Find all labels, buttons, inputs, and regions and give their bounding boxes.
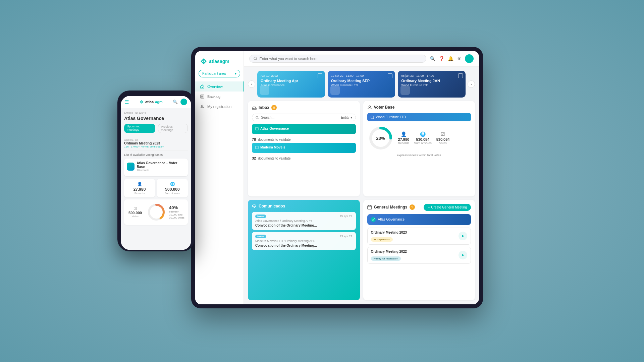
comms-item-1[interactable]: Novo 13 apr 22 Madeira Moveis LTD / Ordi… xyxy=(252,232,356,250)
card-org-0: Atlas Governance xyxy=(261,83,322,87)
sidebar-item-backlog[interactable]: Backlog xyxy=(195,92,244,102)
send-btn-0[interactable]: ➤ xyxy=(459,232,467,240)
check-icon: ☑ xyxy=(436,131,450,137)
voter-numbers: 👤 27.980 Records 🌐 530.054 Sum of votes xyxy=(398,131,471,145)
phone-avatar[interactable] xyxy=(180,99,187,105)
user-avatar[interactable] xyxy=(465,54,474,63)
globe-icon: 🌐 xyxy=(414,131,432,137)
participant-area-btn[interactable]: Participant area ▾ xyxy=(199,70,240,77)
phone-voter-base-header: Atlas Governance – Voter Base 10 records xyxy=(127,161,185,172)
phone-voter-base-item[interactable]: Atlas Governance – Voter Base 10 records xyxy=(124,159,188,176)
phone-stat-records: 👤 27.980 Records xyxy=(124,179,155,197)
meeting-carousel: ‹ Apr 10, 2022 Ordinary Meeting Apr Atla… xyxy=(248,71,475,98)
phone-header: ☰ atlasagm 🔍 xyxy=(121,96,191,108)
main-content: 🔍 ❓ 🔔 👁 ‹ A xyxy=(244,51,479,304)
meeting-item-0[interactable]: Ordinary Meeting 2023 In preparation ➤ xyxy=(367,228,471,245)
meeting-card-1[interactable]: 12 set 22 11:00 - 17:00 Ordinary Meeting… xyxy=(328,71,395,98)
voter-base-entity: Wood Furniture LTD xyxy=(367,113,471,121)
inbox-badge: 8 xyxy=(271,105,277,110)
voter-base-title: Voter Base xyxy=(367,105,395,110)
svg-rect-16 xyxy=(368,206,372,209)
entity-filter-btn[interactable]: Entity ▾ xyxy=(341,116,352,119)
meeting-card-0[interactable]: Apr 10, 2022 Ordinary Meeting Apr Atlas … xyxy=(257,71,325,98)
svg-rect-9 xyxy=(256,127,258,130)
voter-base-panel: Voter Base Wood Furniture LTD xyxy=(363,101,475,196)
inbox-entity-name-1: Madeira Moveis xyxy=(255,145,353,149)
phone-records-label: Records xyxy=(127,192,152,195)
inbox-entity-1[interactable]: Madeira Moveis xyxy=(252,143,356,153)
hamburger-icon[interactable]: ☰ xyxy=(125,99,129,105)
comms-header-1: Novo 13 apr 22 xyxy=(255,235,353,238)
card-org-1: Wood Furniture LTD xyxy=(331,83,392,87)
voter-stat-2: ☑ 530.054 Votes xyxy=(436,131,450,145)
dashboard-body: ‹ Apr 10, 2022 Ordinary Meeting Apr Atla… xyxy=(244,67,479,304)
phone-tab-previous[interactable]: Previous meetings xyxy=(158,124,188,133)
sidebar-item-my-registration[interactable]: My registration xyxy=(195,102,244,112)
phone-tabs: Upcoming meetings Previous meetings xyxy=(124,124,188,133)
create-meeting-btn[interactable]: + Create General Meeting xyxy=(424,204,471,211)
comms-date-1: 13 apr 22 xyxy=(339,235,352,238)
search-input[interactable] xyxy=(260,57,422,61)
phone-donut-info: 40% between 10,000 and 30,000 votes xyxy=(169,205,185,219)
phone-voter-name: Atlas Governance – Voter Base xyxy=(137,161,185,169)
notifications-icon[interactable]: 🔔 xyxy=(448,56,453,61)
card-title-1: Ordinary Meeting SEP xyxy=(331,79,392,83)
meeting-item-1[interactable]: Ordinary Meeting 2022 Ready for realizat… xyxy=(367,247,471,264)
svg-point-11 xyxy=(369,106,370,108)
voter-stat-label-1: Sum of votes xyxy=(414,141,432,145)
comms-header-0: Novo 15 apr 22 xyxy=(255,215,353,218)
comms-item-0[interactable]: Novo 15 apr 22 Atlas Governance / Ordina… xyxy=(252,212,356,230)
phone-records-value: 27.980 xyxy=(127,187,152,192)
phone-tab-upcoming[interactable]: Upcoming meetings xyxy=(124,124,155,133)
phone-stats-grid: 👤 27.980 Records 🌐 500.000 Sum of votes xyxy=(124,179,188,197)
carousel-next-btn[interactable]: › xyxy=(468,80,475,88)
search-icon[interactable]: 🔍 xyxy=(430,56,435,61)
phone-meeting-name: Ordinary Meeting 2023 xyxy=(124,141,188,145)
voter-expressiveness: expressiveness within total votes xyxy=(367,154,471,157)
voter-base-header: Voter Base xyxy=(367,105,471,110)
meeting-status-badge-0: In preparation xyxy=(371,237,393,242)
meetings-panel-header: General Meetings 1 + Create General Meet… xyxy=(367,204,471,211)
meeting-item-name-0: Ordinary Meeting 2023 xyxy=(371,231,407,234)
inbox-panel-title: Inbox 8 xyxy=(252,105,277,110)
phone-entity-title: Atlas Governance xyxy=(124,116,188,121)
voter-stat-val-2: 530.054 xyxy=(436,137,450,141)
inbox-search-input[interactable] xyxy=(261,116,339,119)
card-title-2: Ordinary Meeting JAN xyxy=(401,79,462,83)
meeting-card-2[interactable]: 08 jan 23 11:00 - 17:00 Ordinary Meeting… xyxy=(398,71,466,98)
records-icon: 👤 xyxy=(398,131,410,137)
phone-section-title: List of available voting bases xyxy=(124,153,188,157)
phone-header-icons: 🔍 xyxy=(173,99,187,105)
voter-stat-label-2: Votes xyxy=(436,141,450,145)
sidebar-item-overview[interactable]: Overview xyxy=(195,81,244,92)
meeting-item-info-1: Ordinary Meeting 2022 Ready for realizat… xyxy=(371,250,407,261)
phone-meeting-type: 11h - 17h00 · Formal consultation xyxy=(124,145,188,148)
eye-icon[interactable]: 👁 xyxy=(457,56,462,61)
search-bar[interactable] xyxy=(249,55,426,63)
help-icon[interactable]: ❓ xyxy=(439,56,444,61)
sidebar-item-backlog-label: Backlog xyxy=(207,95,220,99)
inbox-panel: Inbox 8 En xyxy=(248,101,360,196)
phone-meeting-item[interactable]: April 02, 23 Ordinary Meeting 2023 11h -… xyxy=(124,136,188,150)
send-btn-1[interactable]: ➤ xyxy=(459,251,467,259)
phone-votes-label: Sum of votes xyxy=(160,192,185,195)
svg-point-5 xyxy=(254,57,257,60)
voter-donut: 23% xyxy=(367,125,394,152)
card-checkbox-2 xyxy=(458,73,463,78)
meeting-item-info-0: Ordinary Meeting 2023 In preparation xyxy=(371,231,407,242)
inbox-search[interactable]: Entity ▾ xyxy=(252,114,356,121)
svg-line-6 xyxy=(256,59,257,60)
carousel-prev-btn[interactable]: ‹ xyxy=(248,80,255,88)
card-checkbox-1 xyxy=(388,73,392,78)
phone-records-icon: 👤 xyxy=(127,182,152,186)
card-icon-0 xyxy=(260,85,269,95)
phone-search-icon[interactable]: 🔍 xyxy=(173,100,178,104)
phone-votes-icon: 🌐 xyxy=(160,182,185,186)
inbox-doc-text-1: documents to validate xyxy=(258,157,290,160)
inbox-doc-row-0: 78 documents to validate xyxy=(252,136,356,143)
comunicados-title: Comunicados xyxy=(252,204,356,208)
inbox-entity-0[interactable]: Atlas Governance xyxy=(252,124,356,134)
svg-point-20 xyxy=(371,217,376,222)
phone-donut-box: ☑ 500.000 Votes xyxy=(124,199,188,225)
meetings-badge: 1 xyxy=(410,204,415,210)
